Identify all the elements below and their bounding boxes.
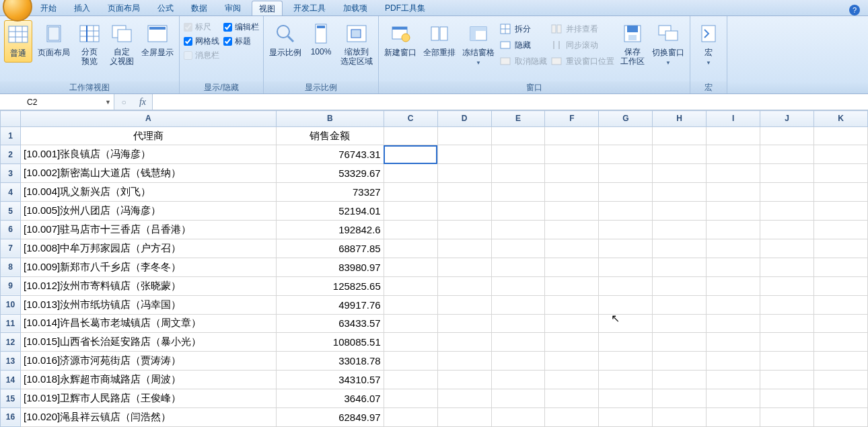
tab-3[interactable]: 公式	[151, 1, 180, 15]
cell-A3[interactable]: [10.002]新密嵩山大道店（钱慧纳）	[20, 164, 276, 183]
cell-J16[interactable]	[760, 407, 814, 426]
row-head-14[interactable]: 14	[1, 371, 21, 389]
cell-B1[interactable]: 销售金额	[276, 126, 384, 145]
view-page-layout-button[interactable]: 页面布局	[36, 20, 71, 61]
cell-J4[interactable]	[760, 183, 814, 202]
cell-K10[interactable]	[813, 295, 867, 314]
cell-I15[interactable]	[707, 389, 760, 408]
row-head-3[interactable]: 3	[1, 164, 21, 183]
chk-gridlines[interactable]: 网格线	[184, 36, 219, 47]
cell-J2[interactable]	[760, 145, 814, 164]
cell-I1[interactable]	[707, 126, 760, 145]
cell-G2[interactable]	[599, 145, 653, 164]
zoom-to-selection-button[interactable]: 缩放到 选定区域	[339, 20, 374, 69]
cell-A12[interactable]: [10.015]山西省长治延安路店（暴小光）	[20, 333, 276, 352]
cell-D13[interactable]	[437, 352, 491, 371]
tab-5[interactable]: 审阅	[218, 1, 248, 15]
cell-I10[interactable]	[707, 295, 760, 314]
cell-H7[interactable]	[653, 239, 707, 258]
cell-F9[interactable]	[545, 276, 599, 295]
cell-K3[interactable]	[813, 164, 867, 183]
cell-A11[interactable]: [10.014]许昌长葛市老城镇店（周文章）	[20, 314, 276, 333]
cell-B6[interactable]: 192842.6	[276, 221, 384, 239]
col-head-B[interactable]: B	[276, 111, 384, 127]
select-all-corner[interactable]	[1, 111, 21, 127]
tab-8[interactable]: 加载项	[336, 1, 374, 15]
tab-4[interactable]: 数据	[184, 1, 214, 15]
cell-D15[interactable]	[437, 389, 491, 408]
cell-H15[interactable]	[653, 389, 707, 408]
cell-B11[interactable]: 63433.57	[276, 314, 384, 333]
cell-B10[interactable]: 49917.76	[276, 295, 384, 314]
zoom-100-button[interactable]: 100%	[307, 20, 335, 59]
tab-6[interactable]: 视图	[252, 1, 283, 15]
col-head-K[interactable]: K	[813, 111, 867, 127]
col-head-H[interactable]: H	[653, 111, 707, 127]
cell-G3[interactable]	[599, 164, 653, 183]
cell-I16[interactable]	[707, 407, 760, 426]
row-head-1[interactable]: 1	[1, 126, 21, 145]
cell-E2[interactable]	[491, 145, 545, 164]
tab-0[interactable]: 开始	[34, 1, 63, 15]
cell-G15[interactable]	[599, 389, 653, 408]
cell-F7[interactable]	[545, 239, 599, 258]
cell-D16[interactable]	[437, 407, 491, 426]
col-head-I[interactable]: I	[707, 111, 760, 127]
view-custom-button[interactable]: 自定 义视图	[108, 20, 136, 69]
row-head-4[interactable]: 4	[1, 183, 21, 202]
cell-H6[interactable]	[653, 221, 707, 239]
col-head-C[interactable]: C	[384, 111, 437, 127]
cell-B14[interactable]: 34310.57	[276, 371, 384, 389]
cell-K6[interactable]	[813, 221, 867, 239]
cell-D14[interactable]	[437, 371, 491, 389]
cell-G10[interactable]	[599, 295, 653, 314]
cell-A16[interactable]: [10.020]渑县祥云镇店（闫浩然）	[20, 407, 276, 426]
cell-E16[interactable]	[491, 407, 545, 426]
arrange-all-button[interactable]: 全部重排	[422, 20, 457, 61]
cell-C1[interactable]	[384, 126, 437, 145]
cell-A6[interactable]: [10.007]驻马店市十三香店（吕香港）	[20, 221, 276, 239]
cell-E4[interactable]	[491, 183, 545, 202]
cell-E12[interactable]	[491, 333, 545, 352]
cell-G14[interactable]	[599, 371, 653, 389]
cell-J11[interactable]	[760, 314, 814, 333]
cell-I6[interactable]	[707, 221, 760, 239]
cell-D9[interactable]	[437, 276, 491, 295]
cell-E11[interactable]	[491, 314, 545, 333]
cell-H9[interactable]	[653, 276, 707, 295]
cell-D12[interactable]	[437, 333, 491, 352]
cell-D1[interactable]	[437, 126, 491, 145]
cell-J12[interactable]	[760, 333, 814, 352]
cell-G8[interactable]	[599, 258, 653, 276]
cell-I4[interactable]	[707, 183, 760, 202]
cell-C16[interactable]	[384, 407, 437, 426]
cell-I13[interactable]	[707, 352, 760, 371]
view-normal-button[interactable]: 普通	[4, 20, 32, 63]
cell-K15[interactable]	[813, 389, 867, 408]
chk-formula-bar[interactable]: 编辑栏	[223, 22, 259, 33]
cell-J7[interactable]	[760, 239, 814, 258]
cell-F13[interactable]	[545, 352, 599, 371]
cell-D10[interactable]	[437, 295, 491, 314]
row-head-6[interactable]: 6	[1, 221, 21, 239]
cell-F16[interactable]	[545, 407, 599, 426]
split-button[interactable]: 拆分	[500, 22, 547, 36]
cell-B9[interactable]: 125825.65	[276, 276, 384, 295]
cell-C4[interactable]	[384, 183, 437, 202]
cell-J6[interactable]	[760, 221, 814, 239]
cell-J10[interactable]	[760, 295, 814, 314]
cell-A2[interactable]: [10.001]张良镇店（冯海彦）	[20, 145, 276, 164]
row-head-9[interactable]: 9	[1, 276, 21, 295]
cell-E13[interactable]	[491, 352, 545, 371]
cell-D5[interactable]	[437, 202, 491, 221]
cell-K5[interactable]	[813, 202, 867, 221]
cell-G9[interactable]	[599, 276, 653, 295]
cell-K4[interactable]	[813, 183, 867, 202]
zoom-button[interactable]: 显示比例	[268, 20, 303, 61]
tab-7[interactable]: 开发工具	[287, 1, 332, 15]
cell-C11[interactable]	[384, 314, 437, 333]
cell-E10[interactable]	[491, 295, 545, 314]
cell-F6[interactable]	[545, 221, 599, 239]
cell-K8[interactable]	[813, 258, 867, 276]
cell-A7[interactable]: [10.008]中牟万邦家园店（户方召）	[20, 239, 276, 258]
